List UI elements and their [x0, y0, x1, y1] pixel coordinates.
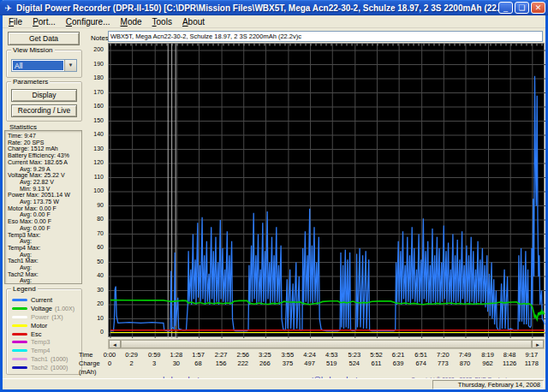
charge-tick-label: 30 [173, 359, 180, 367]
stat-line: Temp3 Max: [8, 232, 81, 239]
stat-line: Voltage Max: 25.22 V [8, 172, 81, 179]
legend-swatch-icon [12, 341, 27, 343]
stat-line: Temp4 Max: [8, 245, 81, 252]
window-title: Digital Power Recorder (DPR-II-150) [C:\… [16, 3, 498, 13]
legend-item-tach1[interactable]: Tach1(1000) [12, 355, 79, 364]
charge-tick-label: 375 [283, 359, 294, 367]
scrollbar-thumb[interactable] [121, 340, 532, 348]
charge-tick-label: 519 [326, 359, 337, 367]
y-axis-label: 150 [86, 117, 104, 123]
view-mission-dropdown[interactable]: All ▼ [11, 59, 77, 72]
title-bar: ✈ Digital Power Recorder (DPR-II-150) [C… [0, 0, 548, 15]
time-tick-label: 2:56 [236, 351, 249, 359]
chevron-down-icon[interactable]: ▼ [64, 60, 76, 71]
chart-panel: Notes WBX5T, Mega Acn22-30-2, Schulze 18… [86, 28, 545, 378]
stat-line: Avg: 0.00 F [8, 211, 81, 218]
charge-tick-label: 639 [393, 359, 404, 367]
legend-item-temp4[interactable]: Temp4 [12, 347, 79, 355]
stat-line: Rate: 20 SPS [8, 140, 81, 146]
legend-scale: (1.00X) [55, 306, 74, 312]
menu-item-mode[interactable]: Mode [116, 16, 148, 27]
legend-name: Temp3 [31, 338, 51, 346]
legend-name: Esc [31, 330, 42, 338]
charge-tick-label: 674 [415, 359, 426, 367]
legend-name: Power [31, 313, 49, 321]
app-icon: ✈ [3, 3, 14, 14]
time-tick-label: 4:53 [325, 351, 338, 359]
y-axis-label: 200 [86, 46, 104, 52]
horizontal-scrollbar[interactable]: ◄ ► [108, 339, 545, 349]
time-tick-label: 1:57 [192, 351, 205, 359]
menu-item-tools[interactable]: Tools [148, 16, 178, 27]
scroll-left-icon[interactable]: ◄ [109, 340, 121, 348]
charge-tick-label: 773 [438, 359, 449, 367]
display-button[interactable]: Display [11, 89, 77, 102]
view-mission-group: View Mission All ▼ [6, 50, 82, 78]
legend-item-motor[interactable]: Motor [12, 321, 79, 330]
legend-item-tach2[interactable]: Tach2(1000) [12, 363, 79, 371]
time-tick-row: 0:000:290:591:281:572:272:563:253:554:24… [108, 351, 546, 359]
time-tick-label: 5:52 [370, 351, 383, 359]
get-data-button[interactable]: Get Data [8, 32, 80, 45]
left-panel: Get Data View Mission All ▼ Parameters D… [3, 28, 86, 378]
charge-tick-label: 870 [460, 359, 471, 367]
client-area: Get Data View Mission All ▼ Parameters D… [3, 28, 545, 378]
menu-item-file[interactable]: File [4, 16, 28, 27]
y-axis-label: 140 [86, 131, 104, 137]
legend-item-voltage[interactable]: Voltage(1.00X) [12, 305, 79, 313]
parameters-label: Parameters [11, 78, 50, 86]
y-axis-label: 190 [86, 61, 104, 67]
legend-item-current[interactable]: Current [12, 296, 79, 305]
time-tick-label: 8:19 [481, 351, 494, 359]
charge-tick-label: 3 [152, 359, 156, 367]
y-axis-label: 90 [86, 202, 104, 208]
menu-item-about[interactable]: About [178, 16, 211, 27]
legend-scale: (1X) [51, 314, 63, 320]
close-button[interactable]: ✕ [531, 2, 545, 14]
status-bar: Thursday, February 14, 2008 [3, 378, 545, 389]
charge-tick-label: 0 [108, 359, 111, 367]
legend-item-esc[interactable]: Esc [12, 330, 79, 338]
statistics-panel: Time: 9:47Rate: 20 SPSCharge: 1512 mAhBa… [4, 130, 82, 284]
legend-item-temp3[interactable]: Temp3 [12, 338, 79, 347]
legend-swatch-icon [12, 358, 27, 360]
plot-area[interactable] [108, 43, 545, 337]
recording-live-button[interactable]: Recording / Live [11, 104, 77, 117]
menu-item-configure[interactable]: Configure... [62, 16, 116, 27]
charge-tick-row: 0233068156222266375497519524611639674773… [108, 359, 546, 367]
time-tick-label: 6:51 [414, 351, 427, 359]
charge-axis-unit: (mAh) [79, 368, 108, 376]
y-axis-label: 60 [86, 244, 104, 250]
menu-item-port[interactable]: Port... [28, 16, 62, 27]
y-axis-label: 170 [86, 89, 104, 95]
status-date: Thursday, February 14, 2008 [432, 380, 544, 389]
stat-line: Charge: 1512 mAh [8, 146, 81, 152]
legend-name: Current [31, 296, 52, 304]
legend-group: Legend CurrentVoltage(1.00X)Power(1X)Mot… [6, 288, 82, 375]
legend-name: Tach2 [31, 364, 48, 371]
y-axis-label: 80 [86, 216, 104, 222]
stat-line: Avg: 22.82 V [8, 179, 81, 186]
notes-input[interactable]: WBX5T, Mega Acn22-30-2, Schulze 18.97, 2… [108, 31, 543, 42]
stat-line: Time: 9:47 [8, 133, 81, 140]
time-tick-label: 9:17 [526, 351, 539, 359]
charge-tick-label: 524 [349, 359, 360, 367]
scroll-right-icon[interactable]: ► [532, 340, 544, 348]
legend-item-power[interactable]: Power(1X) [12, 313, 79, 322]
time-tick-label: 7:49 [459, 351, 472, 359]
y-axis-label: 0 [86, 329, 104, 335]
y-axis-label: 100 [86, 187, 104, 193]
y-axis-label: 120 [86, 159, 104, 165]
y-axis-label: 180 [86, 74, 104, 80]
stat-line: Power Max: 2051.14 W [8, 192, 81, 199]
y-axis-label: 110 [86, 174, 104, 180]
y-axis-label: 130 [86, 146, 104, 151]
legend-name: Voltage [31, 305, 52, 312]
minimize-button[interactable]: _ [498, 2, 513, 14]
legend-swatch-icon [12, 333, 27, 336]
stat-line: Avg: [8, 264, 81, 271]
restore-button[interactable]: ❏ [515, 2, 529, 14]
legend-swatch-icon [12, 366, 27, 369]
legend-swatch-icon [12, 316, 27, 318]
charge-tick-label: 1178 [525, 359, 539, 367]
